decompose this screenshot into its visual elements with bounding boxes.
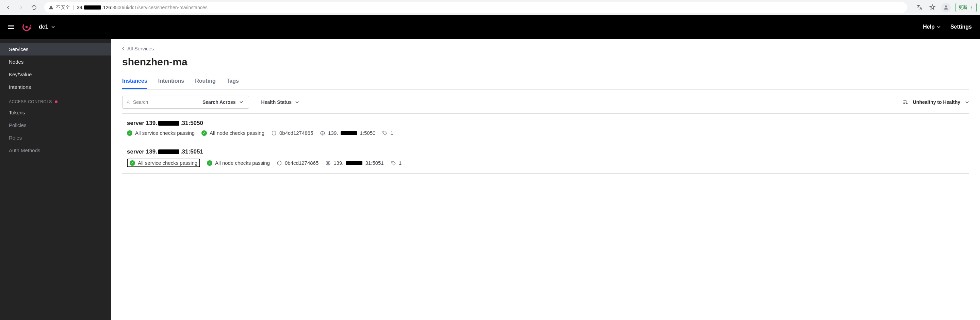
instance-meta: ✓All service checks passing✓All node che…: [127, 159, 964, 167]
check-icon: ✓: [207, 160, 212, 166]
svg-point-13: [392, 161, 392, 162]
svg-point-11: [383, 131, 384, 132]
bookmark-icon[interactable]: [928, 3, 937, 11]
sidebar-item-services[interactable]: Services: [0, 43, 111, 56]
tab-intentions[interactable]: Intentions: [158, 74, 184, 89]
hexagon-icon: [271, 131, 277, 136]
sort-selector[interactable]: Unhealthy to Healthy: [903, 99, 969, 105]
sidebar-item-tokens[interactable]: Tokens: [0, 106, 111, 119]
tag-icon: [391, 160, 396, 166]
sidebar-item-nodes[interactable]: Nodes: [0, 56, 111, 68]
instance-name: server 139..31:5050: [127, 120, 964, 127]
url-divider: |: [73, 5, 74, 10]
instance-row[interactable]: server 139..31:5051✓All service checks p…: [122, 142, 969, 174]
sidebar-nav: ServicesNodesKey/ValueIntentions ACCESS …: [0, 39, 111, 320]
browser-toolbar: 不安全 | 39..126:8500/ui/dc1/services/shenz…: [0, 0, 980, 15]
redacted-ip: [346, 161, 363, 165]
redacted-ip: [158, 121, 179, 126]
tab-routing[interactable]: Routing: [195, 74, 215, 89]
redacted-ip: [340, 131, 357, 135]
instance-name: server 139..31:5051: [127, 148, 964, 155]
sidebar-item-policies[interactable]: Policies: [0, 119, 111, 131]
instance-meta: ✓All service checks passing✓All node che…: [127, 130, 964, 136]
svg-point-9: [127, 101, 129, 103]
svg-point-2: [971, 7, 972, 8]
chevron-down-icon: [239, 100, 243, 104]
instance-address: 139.1:5050: [320, 130, 375, 136]
url-text: 39..126:8500/ui/dc1/services/shenzhen-ma…: [77, 5, 208, 10]
check-icon: ✓: [130, 160, 135, 166]
redacted-ip: [84, 5, 101, 10]
breadcrumb-label: All Services: [127, 46, 154, 51]
hexagon-icon: [277, 160, 282, 166]
tag-icon: [382, 131, 388, 136]
tab-bar: InstancesIntentionsRoutingTags: [122, 74, 969, 89]
check-icon: ✓: [202, 131, 207, 136]
back-button[interactable]: [3, 3, 13, 12]
globe-icon: [320, 131, 325, 136]
security-indicator[interactable]: 不安全: [48, 5, 70, 11]
sidebar-item-key-value[interactable]: Key/Value: [0, 68, 111, 81]
service-checks-status: ✓All service checks passing: [127, 130, 195, 136]
node-id: 0b4cd1274865: [277, 160, 318, 166]
profile-avatar[interactable]: [941, 3, 951, 12]
service-checks-status: ✓All service checks passing: [127, 159, 200, 167]
security-label: 不安全: [56, 5, 70, 11]
consul-logo-icon: [21, 21, 32, 32]
tab-tags[interactable]: Tags: [227, 74, 239, 89]
dc-label: dc1: [39, 24, 48, 30]
datacenter-selector[interactable]: dc1: [39, 24, 55, 30]
node-id: 0b4cd1274865: [271, 130, 313, 136]
sidebar-section-access: ACCESS CONTROLS: [0, 93, 111, 106]
svg-point-8: [30, 28, 31, 29]
page-title: shenzhen-ma: [122, 56, 969, 68]
chevron-down-icon: [965, 100, 969, 104]
search-field[interactable]: [133, 99, 192, 105]
reload-button[interactable]: [29, 3, 39, 12]
settings-link[interactable]: Settings: [950, 24, 972, 30]
translate-icon[interactable]: [915, 3, 924, 11]
tag-count: 1: [382, 130, 393, 136]
app-header: dc1 Help Settings: [0, 15, 980, 39]
node-checks-status: ✓All node checks passing: [202, 130, 264, 136]
node-checks-status: ✓All node checks passing: [207, 160, 270, 166]
health-status-filter[interactable]: Health Status: [256, 96, 305, 108]
globe-icon: [325, 160, 331, 166]
svg-point-0: [945, 5, 947, 8]
tab-instances[interactable]: Instances: [122, 74, 147, 89]
chevron-down-icon: [51, 25, 55, 29]
tag-count: 1: [391, 160, 401, 166]
breadcrumb-back[interactable]: All Services: [122, 46, 969, 51]
update-button[interactable]: 更新: [956, 3, 977, 12]
svg-point-7: [30, 26, 31, 27]
search-icon: [127, 100, 130, 105]
search-across-dropdown[interactable]: Search Across: [197, 96, 249, 108]
main-content: All Services shenzhen-ma InstancesIntent…: [111, 39, 980, 320]
instance-row[interactable]: server 139..31:5050✓All service checks p…: [122, 114, 969, 142]
menu-toggle[interactable]: [8, 25, 14, 29]
sort-icon: [903, 99, 908, 105]
svg-point-6: [30, 25, 31, 26]
chevron-left-icon: [122, 47, 124, 51]
redacted-ip: [158, 150, 179, 154]
chevron-down-icon: [937, 25, 941, 29]
search-input[interactable]: [122, 96, 197, 108]
forward-button[interactable]: [16, 3, 26, 12]
svg-point-1: [971, 5, 972, 6]
chevron-down-icon: [295, 100, 299, 104]
instance-list: server 139..31:5050✓All service checks p…: [122, 113, 969, 174]
svg-point-3: [971, 8, 972, 9]
sidebar-item-intentions[interactable]: Intentions: [0, 81, 111, 93]
sidebar-item-auth-methods[interactable]: Auth Methods: [0, 144, 111, 157]
instance-address: 139.31:5051: [325, 160, 383, 166]
address-bar[interactable]: 不安全 | 39..126:8500/ui/dc1/services/shenz…: [44, 2, 907, 13]
help-link[interactable]: Help: [923, 24, 941, 30]
svg-point-5: [25, 26, 27, 28]
check-icon: ✓: [127, 131, 132, 136]
sidebar-item-roles[interactable]: Roles: [0, 131, 111, 144]
status-dot-icon: [55, 100, 57, 103]
